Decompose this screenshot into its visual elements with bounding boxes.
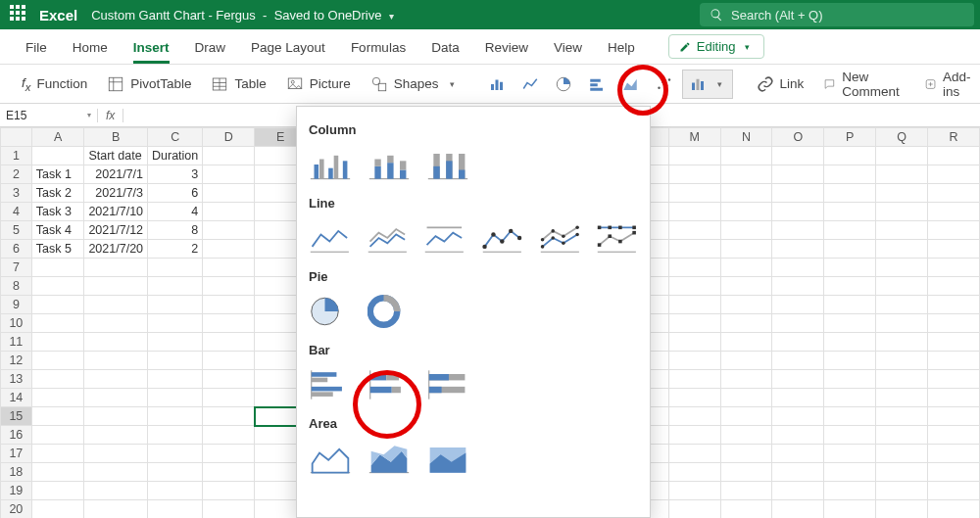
cell-C9[interactable] [148,296,203,314]
cell-B19[interactable] [84,482,148,500]
cell-A9[interactable] [31,296,84,314]
cell-M15[interactable] [668,407,720,426]
cell-C18[interactable] [148,463,203,482]
cell-M17[interactable] [668,445,720,463]
pie-chart-button[interactable] [549,70,578,99]
row-header-2[interactable]: 2 [1,165,32,184]
cell-D3[interactable] [203,184,255,203]
tab-help[interactable]: Help [596,33,647,64]
cell-P13[interactable] [824,370,876,389]
cell-R13[interactable] [928,370,980,389]
100-stacked-area-option[interactable] [426,441,469,476]
cell-N10[interactable] [720,314,772,333]
cell-D5[interactable] [203,221,255,240]
cell-B2[interactable]: 2021/7/1 [84,165,148,184]
cell-P20[interactable] [824,500,876,519]
cell-A7[interactable] [31,259,84,277]
stacked-line-option[interactable] [367,220,409,256]
cell-B15[interactable] [84,407,148,426]
cell-B1[interactable]: Start date [84,147,148,165]
cell-B17[interactable] [84,445,148,463]
cell-P11[interactable] [824,333,876,352]
cell-O2[interactable] [772,165,824,184]
cell-D12[interactable] [203,352,255,370]
tab-view[interactable]: View [542,33,594,64]
cell-P2[interactable] [824,165,876,184]
row-header-20[interactable]: 20 [1,500,32,519]
cell-O6[interactable] [772,240,824,259]
cell-R20[interactable] [928,500,980,519]
bar-chart-button[interactable] [582,70,612,99]
line-option[interactable] [309,220,351,256]
cell-P14[interactable] [824,389,876,407]
cell-C1[interactable]: Duration [148,147,203,165]
cell-N5[interactable] [720,221,772,240]
cell-N20[interactable] [720,500,772,519]
cell-R6[interactable] [928,240,980,259]
cell-C19[interactable] [148,482,203,500]
cell-R3[interactable] [928,184,980,203]
cell-B12[interactable] [84,352,148,370]
row-header-12[interactable]: 12 [1,352,32,370]
cell-D7[interactable] [203,259,255,277]
cell-C5[interactable]: 8 [148,221,203,240]
cell-B7[interactable] [84,259,148,277]
document-title[interactable]: Custom Gantt Chart - Fergus - Saved to O… [91,8,394,23]
cell-C10[interactable] [148,314,203,333]
pivottable-button[interactable]: PivotTable [99,70,199,99]
col-header-O[interactable]: O [772,128,824,147]
col-header-B[interactable]: B [84,128,148,147]
row-header-17[interactable]: 17 [1,445,32,463]
cell-N6[interactable] [720,240,772,259]
cell-C14[interactable] [148,389,203,407]
cell-D18[interactable] [203,463,255,482]
row-header-4[interactable]: 4 [1,203,32,221]
addins-button[interactable]: Add-ins [916,70,980,99]
row-header-9[interactable]: 9 [1,296,32,314]
cell-N2[interactable] [720,165,772,184]
cell-A5[interactable]: Task 4 [31,221,84,240]
cell-R15[interactable] [928,407,980,426]
cell-Q8[interactable] [876,277,928,296]
cell-A3[interactable]: Task 2 [31,184,84,203]
tab-insert[interactable]: Insert [122,33,181,64]
cell-R11[interactable] [928,333,980,352]
cell-O20[interactable] [772,500,824,519]
line-chart-button[interactable] [515,70,545,99]
cell-A1[interactable] [31,147,84,165]
cell-B18[interactable] [84,463,148,482]
tab-review[interactable]: Review [473,33,540,64]
cell-P4[interactable] [824,203,876,221]
cell-A20[interactable] [31,500,84,519]
cell-B20[interactable] [84,500,148,519]
cell-A14[interactable] [31,389,84,407]
column-chart-button[interactable] [482,70,512,99]
stacked-column-option[interactable] [368,147,411,182]
cell-N7[interactable] [720,259,772,277]
cell-R10[interactable] [928,314,980,333]
clustered-column-option[interactable] [309,147,352,182]
cell-D2[interactable] [203,165,255,184]
100-stacked-bar-option[interactable] [426,367,469,402]
cell-D15[interactable] [203,407,255,426]
cell-R5[interactable] [928,221,980,240]
col-header-D[interactable]: D [203,128,255,147]
cell-Q14[interactable] [876,389,928,407]
cell-B8[interactable] [84,277,148,296]
row-header-10[interactable]: 10 [1,314,32,333]
cell-D17[interactable] [203,445,255,463]
cell-D11[interactable] [203,333,255,352]
cell-M1[interactable] [668,147,720,165]
cell-M3[interactable] [668,184,720,203]
cell-M13[interactable] [668,370,720,389]
cell-O17[interactable] [772,445,824,463]
100-stacked-line-markers-option[interactable] [596,220,638,256]
cell-A6[interactable]: Task 5 [31,240,84,259]
cell-P3[interactable] [824,184,876,203]
cell-O4[interactable] [772,203,824,221]
cell-B13[interactable] [84,370,148,389]
cell-B3[interactable]: 2021/7/3 [84,184,148,203]
cell-R1[interactable] [928,147,980,165]
col-header-A[interactable]: A [31,128,84,147]
cell-C12[interactable] [148,352,203,370]
